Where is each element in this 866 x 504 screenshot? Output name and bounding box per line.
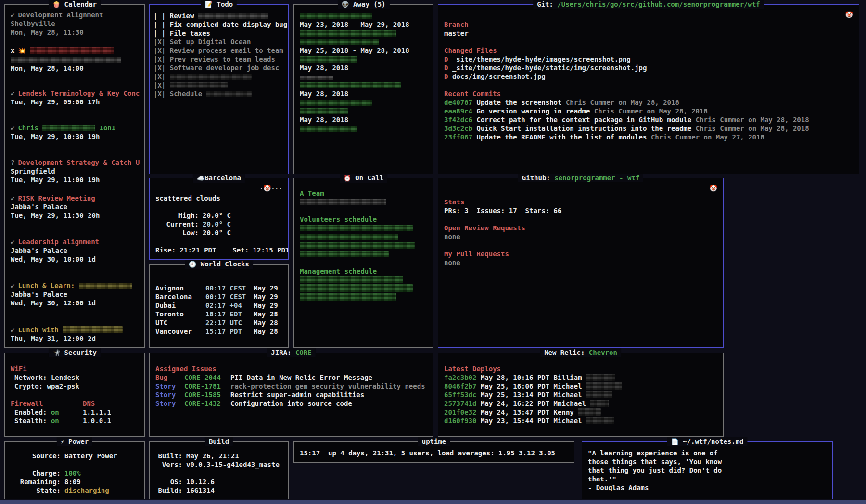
- redacted-text: [300, 293, 396, 301]
- todo-checkbox[interactable]: |X|: [153, 38, 166, 46]
- jira-issue-row[interactable]: StoryCORE-1432Configuration into source …: [155, 399, 428, 408]
- deploy-sha: 65ff53dc: [444, 391, 476, 399]
- calendar-event[interactable]: ✔Development Alignment Shelbyville Mon, …: [11, 11, 140, 37]
- away-dates: May 28, 2018: [300, 63, 428, 72]
- panel-git[interactable]: Git: /Users/chris/go/src/github.com/seno…: [438, 4, 859, 174]
- calendar-event[interactable]: ?Development Strategy & Catch U Springfi…: [11, 158, 140, 184]
- event-title: Chris: [18, 124, 38, 132]
- calendar-event[interactable]: ✔Leadership alignment Jabba's Palace Wed…: [11, 238, 140, 264]
- todo-item[interactable]: |X| Review process email to team: [153, 46, 283, 55]
- window-bottom-edge: [0, 500, 866, 504]
- todo-checkbox[interactable]: |X|: [153, 55, 166, 63]
- weather-current-label: Current:: [155, 220, 199, 228]
- stealth-label: Stealth:: [14, 417, 47, 425]
- event-mark: ✔: [11, 11, 14, 19]
- crypto-label: Crypto:: [14, 382, 43, 390]
- panel-title: ⚡ Power: [57, 437, 92, 446]
- panel-world-clocks[interactable]: 🕙 World Clocks Avignon00:17 CESTMay 29 B…: [149, 264, 289, 348]
- git-changed-file: D docs/img/screenshot.jpg: [444, 72, 854, 81]
- security-firewall-stealth-row: Stealth: on: [11, 416, 83, 425]
- redacted-text: [170, 82, 228, 88]
- calendar-event[interactable]: ✔Lunch & Learn: Jabba's Palace Wed, May …: [11, 281, 140, 307]
- panel-title: ☁️Barcelona: [193, 174, 245, 183]
- event-mark: ?: [11, 159, 14, 166]
- panel-notes[interactable]: 📄 ~/.wtf/notes.md "A learning experience…: [582, 441, 833, 499]
- panel-github[interactable]: Github: senorprogrammer - wtf 🤡 Stats PR…: [438, 178, 724, 348]
- newrelic-deploys-header: Latest Deploys: [444, 365, 718, 373]
- panel-jira[interactable]: JIRA: CORE Assigned Issues BugCORE-2044P…: [149, 353, 433, 437]
- redacted-text: [300, 284, 413, 292]
- jira-issue-row[interactable]: StoryCORE-1781rack-protection gem securi…: [155, 382, 428, 391]
- jira-issue-row[interactable]: StoryCORE-1585Restrict super-admin capab…: [155, 391, 428, 399]
- todo-checkbox[interactable]: | |: [153, 29, 166, 37]
- jira-issue-row[interactable]: BugCORE-2044PII Data in New Relic Error …: [155, 373, 428, 382]
- panel-title-text: Todo: [216, 0, 233, 8]
- todo-item[interactable]: | | File taxes: [153, 29, 283, 38]
- todo-item[interactable]: |X| Schedule: [153, 89, 283, 98]
- clock-date: May 28: [254, 328, 278, 335]
- todo-item[interactable]: | | Review: [153, 12, 283, 20]
- event-title: Lunch with: [18, 326, 58, 334]
- todo-checkbox[interactable]: |X|: [153, 47, 166, 54]
- calendar-event[interactable]: x💥 Mon, May 28, 14:00: [11, 46, 140, 73]
- redacted-text: [300, 82, 401, 88]
- file-path: docs/img/screenshot.jpg: [452, 73, 546, 80]
- redacted-text: [586, 374, 615, 381]
- power-charge-value: 100%: [64, 469, 81, 478]
- todo-text: Review: [170, 12, 194, 20]
- panel-calendar[interactable]: 🍿 Calendar ✔Development Alignment Shelby…: [4, 4, 145, 348]
- issue-summary: Restrict super-admin capabilities: [230, 391, 364, 399]
- panel-title-text: New Relic:: [544, 349, 589, 356]
- git-commit-row: 3d3c2cb Quick Start installation instruc…: [444, 124, 854, 133]
- commit-sha: 23ff067: [444, 133, 472, 141]
- event-title: Lunch & Learn:: [18, 282, 75, 290]
- panel-security[interactable]: 🤺 Security WiFi Network: Lendesk Crypto:…: [4, 353, 145, 437]
- redacted-text: [300, 108, 348, 114]
- todo-checkbox[interactable]: |X|: [153, 73, 166, 80]
- todo-checkbox[interactable]: |X|: [153, 81, 166, 89]
- calendar-event[interactable]: ✔Lendesk Terminology & Key Conc Tue, May…: [11, 89, 140, 106]
- panel-power[interactable]: ⚡ Power Source:Battery Power Charge:100%…: [4, 441, 145, 499]
- weather-current-value: 20.0° C: [203, 220, 231, 228]
- panel-new-relic[interactable]: New Relic: Chevron Latest Deploys fa2c3b…: [438, 353, 724, 437]
- weather-corner-indicator: ·🤡···: [259, 184, 282, 193]
- event-mark: ✔: [11, 124, 14, 132]
- commit-message: Update the README with the list of modul…: [476, 133, 647, 141]
- clown-icon: 🤡: [710, 185, 717, 192]
- todo-item[interactable]: |X|: [153, 72, 283, 81]
- commit-meta: Chris Cummer on May 28, 2018: [594, 107, 708, 115]
- panel-on-call[interactable]: ⏰ On Call A Team Volunteers schedule Man…: [293, 178, 433, 348]
- clock-time: 22:17 UTC: [205, 318, 254, 327]
- panel-title-text: Github:: [522, 174, 554, 182]
- todo-checkbox[interactable]: |X|: [153, 90, 166, 98]
- away-dates: May 25, 2018 - May 28, 2018: [300, 46, 428, 55]
- todo-checkbox[interactable]: | |: [153, 21, 166, 28]
- clock-icon: 🕙: [189, 261, 196, 268]
- todo-item[interactable]: |X|: [153, 81, 283, 89]
- redacted-text: [63, 326, 123, 333]
- clock-time: 15:17 PDT: [205, 327, 254, 336]
- panel-todo[interactable]: 📝 Todo | | Review | | Fix compiled date …: [149, 4, 289, 174]
- panel-uptime[interactable]: uptime 15:17 up 4 days, 21:31, 5 users, …: [293, 441, 574, 463]
- todo-checkbox[interactable]: | |: [153, 12, 166, 20]
- calendar-event[interactable]: ✔Chris 1on1 Tue, May 29, 10:30 19h: [11, 124, 140, 141]
- security-firewall-header: Firewall: [11, 399, 83, 408]
- calendar-event[interactable]: ✔Lunch with Thu, May 31, 12:00 2d: [11, 326, 140, 343]
- weather-sunset: Set: 12:15 PDT: [232, 246, 288, 254]
- document-icon: 📄: [671, 438, 678, 445]
- todo-item[interactable]: | | Fix compiled date display bug: [153, 20, 283, 29]
- wtf-terminal-dashboard: 🍿 Calendar ✔Development Alignment Shelby…: [0, 0, 866, 504]
- todo-item[interactable]: |X| Software developer job desc: [153, 63, 283, 72]
- clock-row: Avignon00:17 CESTMay 29: [155, 284, 283, 292]
- panel-title: Github: senorprogrammer - wtf: [518, 174, 643, 182]
- todo-item[interactable]: |X| Prev reviews to team leads: [153, 55, 283, 63]
- todo-checkbox[interactable]: |X|: [153, 64, 166, 72]
- redacted-text: [300, 276, 403, 283]
- deploy-row: 201f0e32 May 24, 13:47 PDT Kenny: [444, 408, 718, 416]
- panel-build[interactable]: Build Built:May 26, 21:21 Vers:v0.0.3-15…: [149, 441, 289, 499]
- panel-weather[interactable]: ☁️Barcelona ·🤡··· scattered clouds High:…: [149, 178, 289, 260]
- todo-item[interactable]: |X| Set up Digital Ocean: [153, 38, 283, 46]
- panel-title: ⏰ On Call: [340, 174, 388, 183]
- panel-away[interactable]: 👽 Away (5) May 23, 2018 - May 29, 2018 M…: [293, 4, 433, 174]
- calendar-event[interactable]: ✔RISK Review Meeting Jabba's Palace Tue,…: [11, 194, 140, 220]
